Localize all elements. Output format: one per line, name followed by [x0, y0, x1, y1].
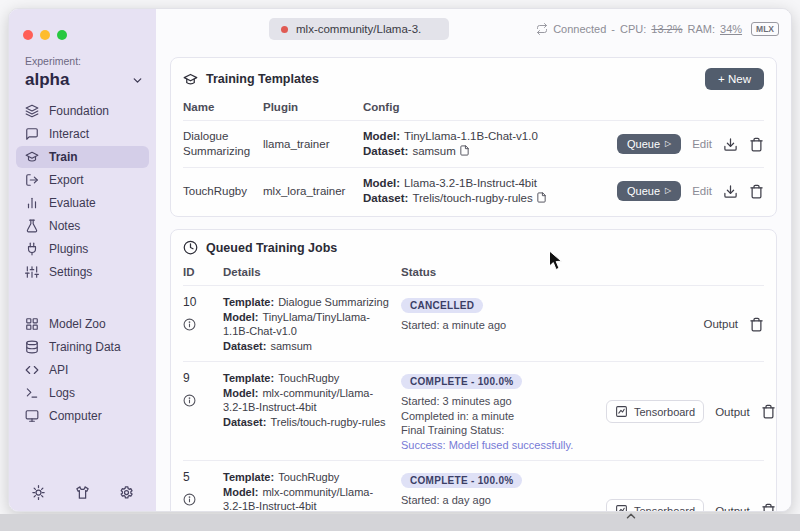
queue-button[interactable]: Queue▷ — [617, 134, 681, 154]
job-details: Template:TouchRugby Model:mlx-community/… — [223, 470, 401, 512]
output-button[interactable]: Output — [715, 505, 750, 513]
sidebar-item-export[interactable]: Export — [16, 169, 149, 191]
job-id-cell: 5 — [183, 470, 223, 510]
loaded-model-name: mlx-community/Llama-3. — [296, 23, 421, 35]
sidebar-item-train[interactable]: Train — [16, 146, 149, 168]
trash-icon[interactable] — [749, 184, 764, 199]
status-line: Started: a minute ago — [401, 318, 606, 333]
sidebar-item-label: Export — [49, 173, 84, 187]
trash-icon[interactable] — [749, 317, 764, 332]
queue-button[interactable]: Queue▷ — [617, 181, 681, 201]
sidebar-item-logs[interactable]: Logs — [16, 382, 149, 404]
template-config: Model:TinyLlama-1.1B-Chat-v1.0 Dataset:s… — [363, 129, 589, 159]
tensorboard-button[interactable]: Tensorboard — [606, 499, 704, 512]
template-plugin: mlx_lora_trainer — [263, 185, 363, 197]
tensorboard-label: Tensorboard — [634, 406, 695, 418]
job-details: Template:TouchRugby Model:mlx-community/… — [223, 371, 401, 429]
minimize-window-button[interactable] — [40, 30, 50, 40]
sun-icon[interactable] — [31, 485, 46, 500]
model-label: Model: — [363, 130, 400, 142]
detail-value: samsum — [270, 340, 312, 352]
job-row: 9 Template:TouchRugby Model:mlx-communit… — [183, 362, 764, 461]
database-icon — [25, 340, 39, 354]
detail-label: Model: — [223, 486, 258, 498]
output-button[interactable]: Output — [703, 318, 738, 330]
model-label: Model: — [363, 177, 400, 189]
main-area: mlx-community/Llama-3. Connected - CPU: … — [156, 9, 791, 511]
queue-label: Queue — [627, 185, 660, 197]
job-status: COMPLETE - 100.0% Started: 3 minutes ago… — [401, 371, 606, 452]
download-icon[interactable] — [723, 184, 738, 199]
template-name: TouchRugby — [183, 184, 263, 199]
traffic-lights — [23, 30, 67, 40]
sidebar-item-settings[interactable]: Settings — [16, 261, 149, 283]
cpu-value: 13.2% — [651, 23, 682, 35]
template-row: Dialogue Summarizing llama_trainer Model… — [183, 121, 764, 168]
status-line: Completed in: a minute — [401, 409, 606, 424]
primary-nav: Foundation Interact Train Export Evaluat… — [9, 100, 156, 427]
detail-label: Model: — [223, 311, 258, 323]
download-icon[interactable] — [723, 137, 738, 152]
dataset-value: Trelis/touch-rugby-rules — [412, 192, 532, 204]
zoom-window-button[interactable] — [57, 30, 67, 40]
trash-icon[interactable] — [761, 503, 776, 512]
secondary-nav: Model Zoo Training Data API Logs Compute… — [9, 313, 156, 427]
chat-icon — [25, 127, 39, 141]
cpu-label: CPU: — [620, 23, 646, 35]
connected-label: Connected — [553, 23, 606, 35]
detail-label: Dataset: — [223, 340, 266, 352]
experiment-selector[interactable]: alpha — [25, 70, 144, 90]
loaded-model-pill[interactable]: mlx-community/Llama-3. — [269, 18, 449, 40]
new-template-button[interactable]: + New — [705, 68, 764, 90]
sidebar-item-foundation[interactable]: Foundation — [16, 100, 149, 122]
sidebar-item-label: Plugins — [49, 242, 88, 256]
info-icon[interactable] — [183, 318, 196, 331]
document-icon[interactable] — [459, 145, 470, 156]
col-config: Config — [363, 101, 589, 113]
output-button[interactable]: Output — [715, 406, 750, 418]
sidebar-item-api[interactable]: API — [16, 359, 149, 381]
sidebar-item-notes[interactable]: Notes — [16, 215, 149, 237]
background-strip — [0, 514, 800, 531]
sidebar-item-label: Foundation — [49, 104, 109, 118]
app-window: Experiment: alpha Foundation Interact Tr… — [8, 8, 792, 512]
sidebar-item-plugins[interactable]: Plugins — [16, 238, 149, 260]
sidebar-footer — [9, 485, 156, 500]
layers-icon — [25, 104, 39, 118]
ram-value: 34% — [720, 23, 742, 35]
sidebar-item-model-zoo[interactable]: Model Zoo — [16, 313, 149, 335]
queued-jobs-header: Queued Training Jobs — [183, 240, 764, 255]
sidebar-item-evaluate[interactable]: Evaluate — [16, 192, 149, 214]
job-id: 9 — [183, 371, 223, 385]
graduation-cap-icon — [25, 150, 39, 164]
info-icon[interactable] — [183, 493, 196, 506]
chevron-up-icon[interactable] — [624, 509, 638, 523]
detail-label: Dataset: — [223, 416, 266, 428]
edit-button[interactable]: Edit — [692, 185, 712, 197]
gear-icon[interactable] — [119, 485, 134, 500]
play-icon: ▷ — [665, 187, 671, 195]
edit-button[interactable]: Edit — [692, 138, 712, 150]
connection-icon — [536, 23, 548, 35]
job-actions: Tensorboard Output — [606, 400, 776, 423]
model-value: TinyLlama-1.1B-Chat-v1.0 — [404, 130, 538, 142]
plug-icon — [25, 242, 39, 256]
shirt-icon[interactable] — [75, 485, 90, 500]
tensorboard-button[interactable]: Tensorboard — [606, 400, 704, 423]
document-icon[interactable] — [536, 192, 547, 203]
trash-icon[interactable] — [749, 137, 764, 152]
job-row: 10 Template:Dialogue Summarizing Model:T… — [183, 286, 764, 362]
sidebar-item-computer[interactable]: Computer — [16, 405, 149, 427]
status-badge: CANCELLED — [401, 298, 483, 313]
sidebar-item-interact[interactable]: Interact — [16, 123, 149, 145]
template-config: Model:Llama-3.2-1B-Instruct-4bit Dataset… — [363, 176, 589, 206]
job-details: Template:Dialogue Summarizing Model:Tiny… — [223, 295, 401, 353]
trash-icon[interactable] — [761, 404, 776, 419]
info-icon[interactable] — [183, 394, 196, 407]
sidebar-item-training-data[interactable]: Training Data — [16, 336, 149, 358]
template-actions: Queue▷ Edit — [589, 134, 764, 154]
close-window-button[interactable] — [23, 30, 33, 40]
graduation-cap-icon — [183, 72, 198, 87]
queue-label: Queue — [627, 138, 660, 150]
detail-value: TouchRugby — [278, 372, 339, 384]
